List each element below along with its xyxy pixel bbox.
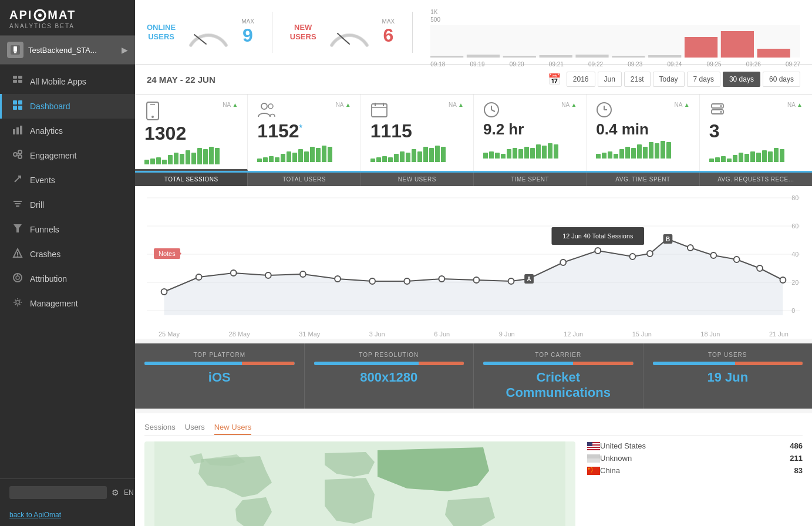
sidebar-item-drill[interactable]: Drill <box>0 193 135 217</box>
stat-resolution-title: TOP RESOLUTION <box>314 352 464 358</box>
svg-point-63 <box>720 111 722 113</box>
geo-item-unknown: Unknown 211 <box>587 454 803 463</box>
svg-point-49 <box>268 104 273 109</box>
calendar-icon[interactable]: 📅 <box>548 73 561 86</box>
metric-total-sessions[interactable]: NA ▲ 1302 <box>135 95 248 171</box>
stat-resolution: TOP RESOLUTION 800x1280 <box>305 343 474 409</box>
count-unknown: 211 <box>790 454 803 463</box>
back-link[interactable]: back to ApiOmat <box>0 506 135 526</box>
svg-text:A: A <box>527 276 531 282</box>
date-btn-21st[interactable]: 21st <box>624 72 651 87</box>
svg-point-72 <box>265 272 271 278</box>
metric-total-users[interactable]: NA ▲ 1152* <box>248 95 360 171</box>
app-selector[interactable]: TestBackend_STA... ▶ <box>0 36 135 65</box>
geo-content: United States 486 Unknown 211 <box>144 441 803 526</box>
sidebar-label-crashes: Crashes <box>30 249 60 259</box>
date-btn-7days[interactable]: 7 days <box>687 72 720 87</box>
sidebar-item-funnels[interactable]: Funnels <box>0 217 135 242</box>
svg-rect-8 <box>18 80 22 83</box>
metric-bars-5 <box>709 144 803 162</box>
crashes-icon <box>11 248 24 261</box>
metric-label-time-spent[interactable]: TIME SPENT <box>474 173 587 186</box>
stat-carrier: TOP CARRIER Cricket Communications <box>474 343 643 409</box>
attribution-icon <box>11 272 24 285</box>
svg-point-87 <box>710 252 716 258</box>
online-users-group: ONLINEUSERS MAX 9 <box>147 16 254 48</box>
svg-rect-39 <box>576 55 609 58</box>
metric-label-avg-time-spent[interactable]: AVG. TIME SPENT <box>587 173 699 186</box>
metric-avg-requests[interactable]: NA ▲ 3 <box>700 95 812 171</box>
online-gauge <box>185 16 232 48</box>
flag-china <box>587 467 600 475</box>
svg-point-27 <box>17 255 18 257</box>
metric-label-avg-requests[interactable]: AVG. REQUESTS RECE... <box>700 173 812 186</box>
svg-rect-7 <box>13 80 17 83</box>
drill-icon <box>11 198 24 211</box>
phone-icon <box>144 102 161 120</box>
sidebar-label-events: Events <box>30 176 55 185</box>
sidebar-item-attribution[interactable]: Attribution <box>0 267 135 291</box>
logo-subtitle: ANALYTICS BETA <box>9 23 126 29</box>
metric-value-1: 1152* <box>257 120 351 142</box>
svg-rect-113 <box>587 454 600 458</box>
geo-tab-sessions[interactable]: Sessions <box>144 420 176 435</box>
svg-point-79 <box>508 278 514 284</box>
metric-na-2: NA ▲ <box>449 102 464 108</box>
svg-point-62 <box>720 105 722 107</box>
geo-tab-users[interactable]: Users <box>185 420 205 435</box>
svg-rect-109 <box>587 448 600 449</box>
svg-point-17 <box>18 150 22 154</box>
metric-label-new-users[interactable]: NEW USERS <box>361 173 474 186</box>
svg-rect-42 <box>685 37 717 58</box>
sidebar-item-dashboard[interactable]: Dashboard <box>0 94 135 119</box>
metric-na-3: NA ▲ <box>561 102 577 108</box>
date-btn-60days[interactable]: 60 days <box>763 72 800 87</box>
sidebar-label-analytics: Analytics <box>30 126 63 136</box>
world-map-svg <box>144 441 575 526</box>
metric-avg-time-spent[interactable]: NA ▲ 0.4 min <box>587 95 699 171</box>
stat-users-title: TOP USERS <box>653 352 803 358</box>
date-btn-today[interactable]: Today <box>653 72 685 87</box>
sidebar-item-analytics[interactable]: Analytics <box>0 119 135 143</box>
metric-na-1: NA ▲ <box>336 102 351 108</box>
geo-tab-new-users[interactable]: New Users <box>214 420 252 435</box>
flag-us <box>587 442 600 450</box>
new-users-value: 6 <box>382 25 395 46</box>
sidebar-label-funnels: Funnels <box>30 225 59 234</box>
analytics-icon <box>11 124 24 137</box>
svg-rect-40 <box>612 56 645 58</box>
settings-icon[interactable]: ⚙ <box>112 488 119 497</box>
sidebar-item-engagement[interactable]: Engagement <box>0 143 135 168</box>
search-input[interactable] <box>9 486 107 499</box>
nav-menu: All Mobile Apps Dashboard Analytics Enga… <box>0 65 135 478</box>
sidebar-item-management[interactable]: Management <box>0 291 135 316</box>
logo-area: API MAT ANALYTICS BETA <box>0 0 135 36</box>
sidebar-bottom: ⚙ EN <box>0 478 135 506</box>
sidebar-item-all-apps[interactable]: All Mobile Apps <box>0 69 135 94</box>
chart-area: A B 80 60 40 20 0 12 Jun 40 Total Sessio… <box>135 186 812 339</box>
online-users-label: ONLINEUSERS <box>147 23 176 41</box>
date-btn-2016[interactable]: 2016 <box>567 72 595 87</box>
notes-tag[interactable]: Notes <box>154 248 180 259</box>
svg-point-29 <box>16 276 19 279</box>
y-label-1k: 1K <box>430 9 437 15</box>
sidebar-item-crashes[interactable]: Crashes <box>0 242 135 267</box>
clock2-icon <box>596 102 612 118</box>
svg-point-90 <box>780 277 786 283</box>
metric-new-users[interactable]: NA ▲ 1115 <box>361 95 474 171</box>
date-controls: 📅 2016 Jun 21st Today 7 days 30 days 60 … <box>548 72 800 87</box>
engagement-icon <box>11 149 24 162</box>
date-btn-jun[interactable]: Jun <box>598 72 622 87</box>
date-btn-30days[interactable]: 30 days <box>723 72 760 87</box>
metric-value-0: 1302 <box>144 123 238 144</box>
metric-value-2: 1115 <box>370 120 464 142</box>
svg-point-74 <box>335 276 341 282</box>
logo-text2: MAT <box>48 8 76 22</box>
metric-time-spent[interactable]: NA ▲ 9.2 hr <box>474 95 587 171</box>
sidebar-item-events[interactable]: Events <box>0 168 135 193</box>
svg-rect-9 <box>13 100 17 104</box>
metric-label-total-sessions[interactable]: TOTAL SESSIONS <box>135 173 248 186</box>
metric-label-total-users[interactable]: TOTAL USERS <box>248 173 360 186</box>
svg-point-83 <box>629 254 635 259</box>
svg-rect-110 <box>587 449 600 450</box>
